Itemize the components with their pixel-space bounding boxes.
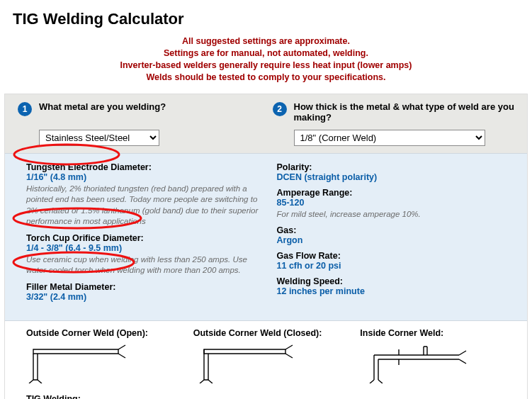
step-badge-1: 1 (18, 102, 32, 116)
diagram-inside: Inside Corner Weld: (360, 328, 514, 386)
question-text: How thick is the metal & what type of we… (294, 101, 515, 123)
diagram-title: Outside Corner Weld (Open): (26, 328, 181, 338)
step-badge-2: 2 (273, 102, 287, 116)
results-left-col: Tungsten Electrode Diameter: 1/16" (4.8 … (26, 162, 264, 308)
speed-value: 12 inches per minute (277, 286, 515, 296)
notice-line: Settings are for manual, not automated, … (14, 47, 518, 60)
question-text: What metal are you welding? (39, 101, 166, 113)
question-thickness: 2 How thick is the metal & what type of … (273, 101, 515, 146)
diagram-open: Outside Corner Weld (Open): (26, 328, 181, 386)
page-title: TIG Welding Calculator (0, 0, 532, 33)
amperage-value: 85-120 (277, 198, 515, 208)
gas-label: Gas: (277, 225, 515, 235)
polarity-label: Polarity: (277, 162, 515, 172)
flow-value: 11 cfh or 20 psi (277, 261, 515, 271)
diagram-inside-svg (360, 341, 473, 383)
tig-section: TIG Welding: AC TIG is generally used to… (5, 390, 527, 399)
question-metal: 1 What metal are you welding? Stainless … (18, 101, 260, 146)
notice-line: Inverter-based welders generally require… (14, 60, 518, 72)
filler-value: 3/32" (2.4 mm) (26, 292, 264, 302)
tig-title: TIG Welding: (26, 394, 514, 399)
calculator-panel: 1 What metal are you welding? Stainless … (4, 94, 528, 400)
torch-label: Torch Cup Orifice Diameter: (26, 233, 264, 243)
diagram-title: Inside Corner Weld: (360, 328, 514, 338)
electrode-label: Tungsten Electrode Diameter: (26, 162, 264, 172)
speed-label: Welding Speed: (277, 276, 515, 286)
torch-note: Use ceramic cup when welding with less t… (26, 254, 264, 276)
flow-label: Gas Flow Rate: (277, 251, 515, 261)
diagrams-row: Outside Corner Weld (Open): Outside Corn… (5, 321, 527, 390)
questions-row: 1 What metal are you welding? Stainless … (5, 94, 527, 153)
gas-value: Argon (277, 235, 515, 245)
amperage-note: For mild steel, increase amperage 10%. (277, 209, 515, 220)
filler-label: Filler Metal Diameter: (26, 282, 264, 292)
thickness-select[interactable]: 1/8" (Corner Weld) (294, 130, 485, 146)
diagram-closed: Outside Corner Weld (Closed): (193, 328, 348, 386)
notice-line: Welds should be tested to comply to your… (14, 72, 518, 84)
electrode-value: 1/16" (4.8 mm) (26, 172, 264, 182)
notice: All suggested settings are approximate. … (0, 33, 532, 94)
notice-line: All suggested settings are approximate. (14, 35, 518, 47)
diagram-closed-svg (193, 341, 307, 383)
results-panel: Tungsten Electrode Diameter: 1/16" (4.8 … (5, 153, 527, 321)
results-right-col: Polarity: DCEN (straight polarity) Amper… (277, 162, 515, 308)
diagram-title: Outside Corner Weld (Closed): (193, 328, 348, 338)
torch-value: 1/4 - 3/8" (6.4 - 9.5 mm) (26, 243, 264, 253)
electrode-note: Historically, 2% thoriated tungsten (red… (26, 184, 264, 227)
polarity-value: DCEN (straight polarity) (277, 172, 515, 182)
metal-select[interactable]: Stainless Steel/Steel (39, 130, 159, 146)
amperage-label: Amperage Range: (277, 188, 515, 198)
diagram-open-svg (26, 341, 140, 383)
